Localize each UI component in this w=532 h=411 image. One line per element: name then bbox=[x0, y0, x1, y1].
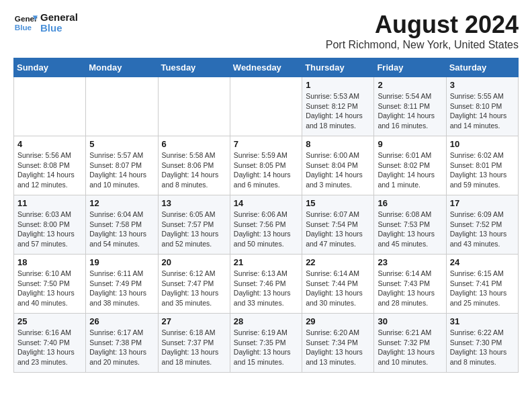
calendar-cell: 16Sunrise: 6:08 AM Sunset: 7:53 PM Dayli… bbox=[374, 195, 446, 255]
calendar-cell: 17Sunrise: 6:09 AM Sunset: 7:52 PM Dayli… bbox=[446, 195, 518, 255]
day-number: 10 bbox=[450, 139, 515, 149]
day-info: Sunrise: 6:04 AM Sunset: 7:58 PM Dayligh… bbox=[89, 210, 154, 249]
calendar-cell: 20Sunrise: 6:12 AM Sunset: 7:47 PM Dayli… bbox=[158, 255, 230, 314]
weekday-header-thursday: Thursday bbox=[302, 58, 374, 77]
day-number: 14 bbox=[234, 198, 298, 208]
calendar-week-5: 25Sunrise: 6:16 AM Sunset: 7:40 PM Dayli… bbox=[14, 314, 519, 373]
day-number: 28 bbox=[234, 316, 298, 326]
logo-line1: General bbox=[40, 12, 78, 24]
logo-icon: General Blue bbox=[13, 11, 38, 35]
weekday-header-sunday: Sunday bbox=[14, 58, 86, 77]
day-info: Sunrise: 6:12 AM Sunset: 7:47 PM Dayligh… bbox=[162, 269, 226, 308]
day-number: 6 bbox=[162, 139, 226, 149]
calendar-cell bbox=[158, 77, 230, 136]
day-info: Sunrise: 6:06 AM Sunset: 7:56 PM Dayligh… bbox=[234, 210, 298, 249]
day-info: Sunrise: 6:13 AM Sunset: 7:46 PM Dayligh… bbox=[234, 269, 298, 308]
day-info: Sunrise: 6:19 AM Sunset: 7:35 PM Dayligh… bbox=[234, 328, 298, 367]
calendar-week-2: 4Sunrise: 5:56 AM Sunset: 8:08 PM Daylig… bbox=[14, 136, 519, 195]
title-area: August 2024 Port Richmond, New York, Uni… bbox=[326, 11, 519, 51]
weekday-header-friday: Friday bbox=[374, 58, 446, 77]
day-number: 21 bbox=[234, 257, 298, 267]
calendar-cell: 23Sunrise: 6:14 AM Sunset: 7:43 PM Dayli… bbox=[374, 255, 446, 314]
day-info: Sunrise: 6:14 AM Sunset: 7:44 PM Dayligh… bbox=[306, 269, 370, 308]
header: General Blue General Blue August 2024 Po… bbox=[13, 11, 519, 51]
day-number: 9 bbox=[378, 139, 442, 149]
day-info: Sunrise: 6:14 AM Sunset: 7:43 PM Dayligh… bbox=[378, 269, 442, 308]
calendar-week-3: 11Sunrise: 6:03 AM Sunset: 8:00 PM Dayli… bbox=[14, 195, 519, 255]
day-info: Sunrise: 6:20 AM Sunset: 7:34 PM Dayligh… bbox=[306, 328, 370, 367]
day-info: Sunrise: 5:59 AM Sunset: 8:05 PM Dayligh… bbox=[234, 150, 298, 190]
calendar-cell: 27Sunrise: 6:18 AM Sunset: 7:37 PM Dayli… bbox=[158, 314, 230, 373]
day-info: Sunrise: 6:02 AM Sunset: 8:01 PM Dayligh… bbox=[450, 150, 515, 190]
day-info: Sunrise: 6:05 AM Sunset: 7:57 PM Dayligh… bbox=[162, 210, 226, 249]
day-number: 5 bbox=[89, 139, 154, 149]
calendar-cell: 24Sunrise: 6:15 AM Sunset: 7:41 PM Dayli… bbox=[446, 255, 518, 314]
day-info: Sunrise: 5:58 AM Sunset: 8:06 PM Dayligh… bbox=[162, 150, 226, 190]
day-number: 27 bbox=[162, 316, 226, 326]
logo-line2: Blue bbox=[40, 23, 78, 34]
day-number: 26 bbox=[89, 316, 154, 326]
calendar-cell: 21Sunrise: 6:13 AM Sunset: 7:46 PM Dayli… bbox=[230, 255, 302, 314]
calendar-cell: 10Sunrise: 6:02 AM Sunset: 8:01 PM Dayli… bbox=[446, 136, 518, 195]
day-number: 20 bbox=[162, 257, 226, 267]
day-info: Sunrise: 6:17 AM Sunset: 7:38 PM Dayligh… bbox=[89, 328, 154, 367]
weekday-header-saturday: Saturday bbox=[446, 58, 518, 77]
day-info: Sunrise: 5:56 AM Sunset: 8:08 PM Dayligh… bbox=[17, 150, 82, 190]
day-info: Sunrise: 6:21 AM Sunset: 7:32 PM Dayligh… bbox=[378, 328, 442, 367]
calendar-cell: 5Sunrise: 5:57 AM Sunset: 8:07 PM Daylig… bbox=[86, 136, 158, 195]
day-number: 30 bbox=[378, 316, 442, 326]
calendar-week-1: 1Sunrise: 5:53 AM Sunset: 8:12 PM Daylig… bbox=[14, 77, 519, 136]
day-number: 15 bbox=[306, 198, 370, 208]
day-info: Sunrise: 6:18 AM Sunset: 7:37 PM Dayligh… bbox=[162, 328, 226, 367]
day-number: 19 bbox=[89, 257, 154, 267]
calendar-cell: 11Sunrise: 6:03 AM Sunset: 8:00 PM Dayli… bbox=[14, 195, 86, 255]
calendar-cell bbox=[14, 77, 86, 136]
day-number: 31 bbox=[450, 316, 515, 326]
day-info: Sunrise: 5:55 AM Sunset: 8:10 PM Dayligh… bbox=[450, 91, 515, 131]
day-info: Sunrise: 6:11 AM Sunset: 7:49 PM Dayligh… bbox=[89, 269, 154, 308]
page-subtitle: Port Richmond, New York, United States bbox=[326, 39, 519, 51]
calendar-cell: 22Sunrise: 6:14 AM Sunset: 7:44 PM Dayli… bbox=[302, 255, 374, 314]
day-info: Sunrise: 5:57 AM Sunset: 8:07 PM Dayligh… bbox=[89, 150, 154, 190]
day-number: 22 bbox=[306, 257, 370, 267]
day-number: 3 bbox=[450, 80, 515, 90]
day-info: Sunrise: 5:54 AM Sunset: 8:11 PM Dayligh… bbox=[378, 91, 442, 131]
calendar-cell: 4Sunrise: 5:56 AM Sunset: 8:08 PM Daylig… bbox=[14, 136, 86, 195]
day-number: 8 bbox=[306, 139, 370, 149]
day-info: Sunrise: 6:07 AM Sunset: 7:54 PM Dayligh… bbox=[306, 210, 370, 249]
day-number: 29 bbox=[306, 316, 370, 326]
calendar-cell: 29Sunrise: 6:20 AM Sunset: 7:34 PM Dayli… bbox=[302, 314, 374, 373]
calendar-cell: 9Sunrise: 6:01 AM Sunset: 8:02 PM Daylig… bbox=[374, 136, 446, 195]
weekday-header-tuesday: Tuesday bbox=[158, 58, 230, 77]
day-number: 11 bbox=[17, 198, 82, 208]
calendar-cell: 8Sunrise: 6:00 AM Sunset: 8:04 PM Daylig… bbox=[302, 136, 374, 195]
calendar-cell bbox=[230, 77, 302, 136]
svg-text:General: General bbox=[15, 14, 38, 23]
weekday-header-wednesday: Wednesday bbox=[230, 58, 302, 77]
calendar-cell bbox=[86, 77, 158, 136]
day-info: Sunrise: 6:03 AM Sunset: 8:00 PM Dayligh… bbox=[17, 210, 82, 249]
page-title: August 2024 bbox=[326, 11, 519, 39]
day-info: Sunrise: 6:15 AM Sunset: 7:41 PM Dayligh… bbox=[450, 269, 515, 308]
logo: General Blue General Blue bbox=[13, 11, 78, 35]
calendar-cell: 25Sunrise: 6:16 AM Sunset: 7:40 PM Dayli… bbox=[14, 314, 86, 373]
day-info: Sunrise: 6:08 AM Sunset: 7:53 PM Dayligh… bbox=[378, 210, 442, 249]
day-number: 12 bbox=[89, 198, 154, 208]
calendar-cell: 6Sunrise: 5:58 AM Sunset: 8:06 PM Daylig… bbox=[158, 136, 230, 195]
calendar-table: SundayMondayTuesdayWednesdayThursdayFrid… bbox=[13, 58, 519, 373]
calendar-cell: 14Sunrise: 6:06 AM Sunset: 7:56 PM Dayli… bbox=[230, 195, 302, 255]
calendar-cell: 2Sunrise: 5:54 AM Sunset: 8:11 PM Daylig… bbox=[374, 77, 446, 136]
calendar-cell: 3Sunrise: 5:55 AM Sunset: 8:10 PM Daylig… bbox=[446, 77, 518, 136]
day-info: Sunrise: 6:10 AM Sunset: 7:50 PM Dayligh… bbox=[17, 269, 82, 308]
day-number: 13 bbox=[162, 198, 226, 208]
calendar-cell: 26Sunrise: 6:17 AM Sunset: 7:38 PM Dayli… bbox=[86, 314, 158, 373]
calendar-header: SundayMondayTuesdayWednesdayThursdayFrid… bbox=[14, 58, 519, 77]
day-number: 25 bbox=[17, 316, 82, 326]
day-info: Sunrise: 6:16 AM Sunset: 7:40 PM Dayligh… bbox=[17, 328, 82, 367]
day-number: 7 bbox=[234, 139, 298, 149]
day-number: 4 bbox=[17, 139, 82, 149]
day-info: Sunrise: 6:22 AM Sunset: 7:30 PM Dayligh… bbox=[450, 328, 515, 367]
day-number: 16 bbox=[378, 198, 442, 208]
calendar-cell: 18Sunrise: 6:10 AM Sunset: 7:50 PM Dayli… bbox=[14, 255, 86, 314]
calendar-cell: 7Sunrise: 5:59 AM Sunset: 8:05 PM Daylig… bbox=[230, 136, 302, 195]
